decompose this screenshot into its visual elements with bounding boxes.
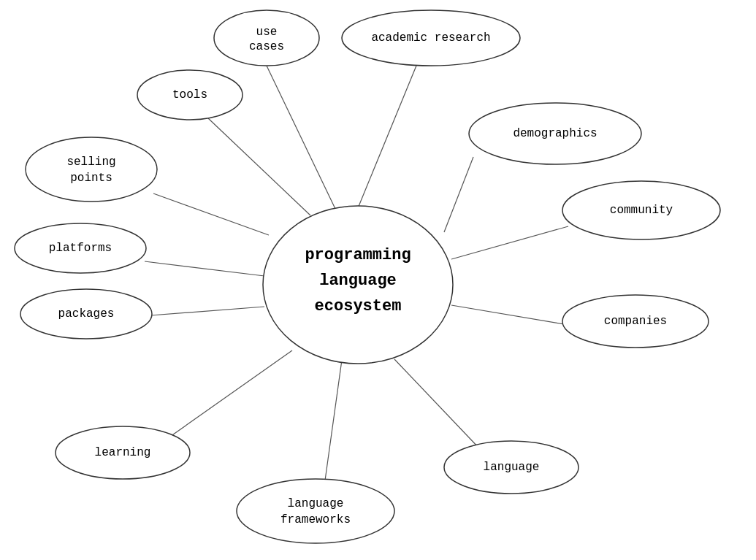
node-tools: tools xyxy=(137,70,243,120)
node-language: language xyxy=(444,441,579,494)
node-academic-research: academic research xyxy=(342,10,520,66)
edge-platforms xyxy=(145,261,264,276)
label-selling-points-1: selling xyxy=(66,156,115,169)
edge-language-frameworks xyxy=(325,360,342,480)
label-language: language xyxy=(484,461,540,474)
label-selling-points-2: points xyxy=(70,172,112,185)
label-language-frameworks-1: language xyxy=(288,497,344,510)
edge-tools xyxy=(208,118,310,215)
label-community: community xyxy=(610,204,673,217)
node-community: community xyxy=(562,181,720,239)
node-packages: packages xyxy=(20,289,152,339)
center-label-line3: ecosystem xyxy=(315,297,402,315)
center-label-line2: language xyxy=(319,272,397,290)
node-platforms: platforms xyxy=(15,223,146,273)
label-platforms: platforms xyxy=(49,242,112,255)
node-companies: companies xyxy=(562,295,709,348)
label-academic-research: academic research xyxy=(371,31,490,45)
node-language-frameworks: language frameworks xyxy=(237,479,394,543)
label-use-cases-2: cases xyxy=(249,40,284,53)
edge-learning xyxy=(168,350,292,438)
node-learning: learning xyxy=(56,426,190,479)
edge-packages xyxy=(150,307,264,315)
label-packages: packages xyxy=(58,307,115,321)
label-use-cases-1: use xyxy=(256,26,278,39)
edge-language xyxy=(394,359,481,450)
node-demographics: demographics xyxy=(469,103,641,164)
svg-point-5 xyxy=(26,137,157,202)
center-node: programming language ecosystem xyxy=(263,206,453,364)
node-selling-points: selling points xyxy=(26,137,157,202)
edge-use-cases xyxy=(267,66,336,210)
edge-companies xyxy=(451,305,564,324)
edge-academic-research xyxy=(358,66,416,208)
label-tools: tools xyxy=(172,88,207,101)
edge-community xyxy=(451,226,568,259)
center-label-line1: programming xyxy=(305,246,411,264)
svg-point-12 xyxy=(237,479,394,543)
label-companies: companies xyxy=(604,315,667,328)
label-learning: learning xyxy=(95,446,151,459)
edge-selling-points xyxy=(153,193,269,235)
mind-map: programming language ecosystem use cases… xyxy=(0,0,756,560)
edge-demographics xyxy=(444,157,473,232)
node-use-cases: use cases xyxy=(214,10,319,66)
label-demographics: demographics xyxy=(513,127,597,140)
label-language-frameworks-2: frameworks xyxy=(280,513,351,526)
